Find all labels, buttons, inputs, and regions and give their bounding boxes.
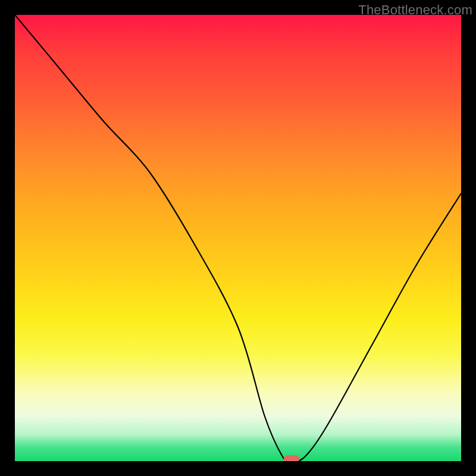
plot-area xyxy=(15,15,461,461)
optimal-marker xyxy=(284,455,299,461)
chart-svg xyxy=(15,15,461,461)
watermark-text: TheBottleneck.com xyxy=(358,2,472,18)
chart-frame: TheBottleneck.com xyxy=(0,0,476,476)
bottleneck-curve xyxy=(15,15,461,461)
